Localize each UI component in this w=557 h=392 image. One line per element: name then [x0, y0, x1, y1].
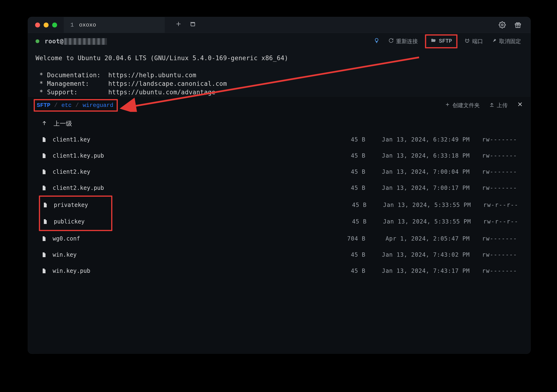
- file-row[interactable]: win.key.pub45 BJan 13, 2024, 7:43:17 PMr…: [41, 263, 517, 279]
- folder-open-icon: [430, 38, 436, 45]
- file-size: 45 B: [329, 202, 367, 208]
- annotation-sftp-highlight: SFTP: [425, 34, 458, 48]
- file-perms: rw-------: [470, 136, 517, 143]
- breadcrumb-1[interactable]: etc: [61, 102, 72, 108]
- file-name: client2.key.pub: [53, 185, 328, 191]
- upload-button[interactable]: 上传: [489, 102, 508, 109]
- file-size: 45 B: [328, 252, 366, 258]
- file-perms: rw-------: [470, 152, 517, 159]
- redacted-hostname: [64, 38, 107, 45]
- parent-directory-label: 上一级: [54, 119, 72, 128]
- window-list-button[interactable]: [186, 21, 200, 29]
- plug-icon: [465, 38, 470, 45]
- file-icon: [41, 235, 53, 242]
- annotation-breadcrumb-highlight: SFTP / etc / wireguard: [34, 99, 118, 112]
- tab-title: oxoxo: [79, 22, 96, 28]
- file-row[interactable]: wg0.conf704 BApr 1, 2024, 2:05:47 PMrw--…: [41, 231, 517, 247]
- breadcrumb-separator: /: [54, 102, 57, 108]
- close-icon: [517, 102, 523, 109]
- file-row[interactable]: publickey45 BJan 13, 2024, 5:33:55 PMrw-…: [42, 213, 518, 230]
- ports-label: 端口: [472, 38, 483, 45]
- file-size: 45 B: [328, 152, 366, 159]
- sftp-panel: SFTP / etc / wireguard 创建文件夹: [28, 97, 531, 354]
- breadcrumb-2[interactable]: wireguard: [83, 102, 114, 108]
- file-date: Jan 13, 2024, 5:33:55 PM: [367, 202, 471, 208]
- ports-button[interactable]: 端口: [463, 38, 485, 45]
- file-name: publickey: [54, 218, 329, 225]
- gear-icon: [499, 21, 506, 28]
- window-minimize-button[interactable]: [44, 23, 49, 27]
- file-perms: rw-------: [470, 268, 517, 274]
- sftp-button-label: SFTP: [439, 38, 452, 44]
- svg-point-1: [501, 24, 503, 26]
- file-date: Jan 13, 2024, 7:00:04 PM: [366, 169, 470, 175]
- plus-icon: [175, 21, 181, 29]
- file-icon: [42, 202, 54, 208]
- file-list: 上一级 client1.key45 BJan 13, 2024, 6:32:49…: [28, 114, 531, 279]
- breadcrumb-separator: /: [75, 102, 79, 108]
- file-perms: rw-------: [470, 169, 517, 175]
- tab-active[interactable]: 1 oxoxo: [64, 17, 165, 33]
- file-perms: rw-r--r--: [471, 218, 518, 225]
- file-row[interactable]: win.key45 BJan 13, 2024, 7:43:02 PMrw---…: [41, 247, 517, 263]
- window-zoom-button[interactable]: [52, 23, 57, 27]
- settings-button[interactable]: [499, 21, 506, 28]
- file-row[interactable]: client2.key.pub45 BJan 13, 2024, 7:00:17…: [41, 180, 517, 196]
- app-window: 1 oxoxo: [28, 17, 531, 354]
- file-row[interactable]: client1.key.pub45 BJan 13, 2024, 6:33:18…: [41, 148, 517, 164]
- file-size: 45 B: [329, 218, 367, 225]
- file-date: Jan 13, 2024, 6:33:18 PM: [366, 152, 470, 159]
- pin-icon: [492, 38, 497, 45]
- connection-status-indicator: [36, 39, 39, 43]
- file-icon: [41, 268, 53, 274]
- file-name: win.key.pub: [53, 268, 328, 274]
- file-size: 45 B: [328, 136, 366, 143]
- parent-directory-row[interactable]: 上一级: [41, 115, 517, 131]
- file-date: Jan 13, 2024, 6:32:49 PM: [366, 136, 470, 143]
- file-icon: [42, 218, 54, 225]
- window-traffic-lights: [28, 23, 64, 27]
- gift-button[interactable]: [514, 21, 521, 28]
- sftp-button[interactable]: SFTP: [427, 36, 456, 47]
- file-name: client2.key: [53, 169, 328, 175]
- file-date: Jan 13, 2024, 7:43:17 PM: [366, 268, 470, 274]
- file-size: 45 B: [328, 169, 366, 175]
- file-perms: rw-------: [470, 235, 517, 242]
- terminal-output[interactable]: Welcome to Ubuntu 20.04.6 LTS (GNU/Linux…: [28, 49, 531, 98]
- sftp-toolbar: SFTP / etc / wireguard 创建文件夹: [28, 97, 531, 114]
- tab-index: 1: [70, 22, 74, 28]
- breadcrumb-root[interactable]: SFTP: [37, 102, 50, 108]
- file-size: 45 B: [328, 185, 366, 191]
- file-row[interactable]: client2.key45 BJan 13, 2024, 7:00:04 PMr…: [41, 164, 517, 180]
- gift-icon: [514, 21, 521, 28]
- file-size: 45 B: [328, 268, 366, 274]
- upload-icon: [489, 102, 494, 109]
- unpin-button[interactable]: 取消固定: [490, 38, 523, 45]
- hints-button[interactable]: [372, 38, 381, 45]
- plus-icon: [445, 102, 450, 109]
- file-icon: [41, 185, 53, 191]
- windows-icon: [190, 21, 196, 29]
- file-date: Apr 1, 2024, 2:05:47 PM: [366, 235, 470, 242]
- sftp-close-button[interactable]: [517, 101, 523, 109]
- file-row[interactable]: client1.key45 BJan 13, 2024, 6:32:49 PMr…: [41, 131, 517, 148]
- upload-label: 上传: [497, 102, 508, 109]
- refresh-icon: [388, 38, 394, 45]
- breadcrumb: SFTP / etc / wireguard: [37, 102, 113, 108]
- file-name: win.key: [53, 252, 328, 258]
- file-row[interactable]: privatekey45 BJan 13, 2024, 5:33:55 PMrw…: [42, 197, 518, 213]
- reconnect-label: 重新连接: [396, 38, 418, 45]
- new-tab-button[interactable]: [171, 21, 186, 29]
- window-close-button[interactable]: [35, 23, 40, 27]
- create-folder-label: 创建文件夹: [452, 102, 480, 109]
- file-name: privatekey: [54, 202, 329, 208]
- session-toolbar: root@ 重新连接 SFTP: [28, 33, 531, 49]
- file-icon: [41, 152, 53, 159]
- file-perms: rw-------: [470, 185, 517, 191]
- file-date: Jan 13, 2024, 5:33:55 PM: [367, 218, 471, 225]
- titlebar: 1 oxoxo: [28, 17, 531, 33]
- lightbulb-icon: [374, 38, 379, 45]
- reconnect-button[interactable]: 重新连接: [387, 38, 420, 45]
- file-size: 704 B: [328, 235, 366, 242]
- create-folder-button[interactable]: 创建文件夹: [445, 102, 480, 109]
